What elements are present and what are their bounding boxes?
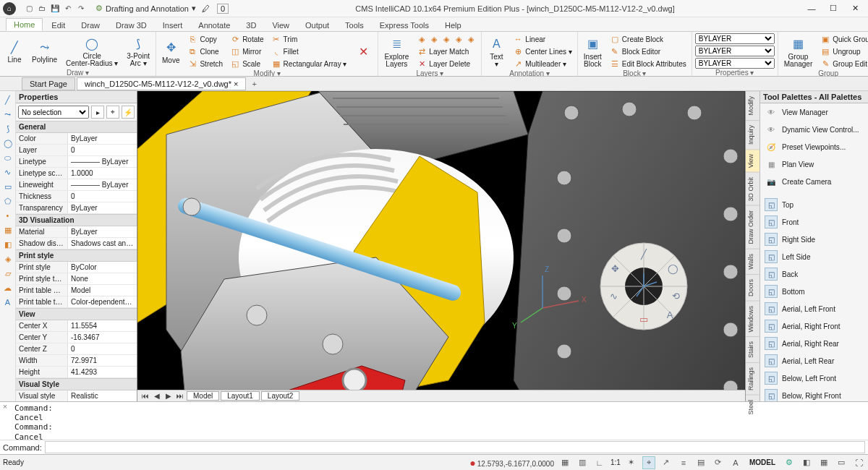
fillet-button[interactable]: ◟Fillet <box>269 46 349 57</box>
iso-toggle[interactable]: ◧ <box>800 456 813 469</box>
layout-last-icon[interactable]: ⏭ <box>175 391 185 401</box>
palette-cat-tab[interactable]: Railings <box>746 362 760 395</box>
block-editor-button[interactable]: ✎Block Editor <box>608 46 689 57</box>
palette-view-item[interactable]: ◱Top <box>760 196 868 213</box>
tool-pline-icon[interactable]: ⤳ <box>2 108 14 120</box>
polyline-button[interactable]: ⤳Polyline <box>29 37 60 65</box>
cmd-close-icon[interactable]: × <box>0 402 10 440</box>
prop-row[interactable]: MaterialByLayer <box>16 226 137 238</box>
scale-button[interactable]: ◱Scale <box>228 58 265 69</box>
settings-icon[interactable]: ⚙ <box>783 456 796 469</box>
qat-save-icon[interactable]: 💾 <box>49 3 61 14</box>
status-model[interactable]: MODEL <box>746 458 778 466</box>
palette-item[interactable]: 🧭Preset Viewpoints... <box>760 138 868 155</box>
ribbon-tab-draw[interactable]: Draw <box>74 20 107 31</box>
text-button[interactable]: AText ▾ <box>485 34 508 69</box>
palette-view-item[interactable]: ◱Front <box>760 213 868 231</box>
prop-row[interactable]: Center Z0 <box>16 343 137 355</box>
linetype-select[interactable]: BYLAYER <box>695 46 775 56</box>
create-block-button[interactable]: ▢Create Block <box>608 33 689 45</box>
rotate-button[interactable]: ⟳Rotate <box>228 33 265 45</box>
tool-revision-icon[interactable]: ☁ <box>2 282 14 294</box>
palette-item[interactable]: 📷Create Camera <box>760 173 868 190</box>
prop-row[interactable]: Height41.4293 <box>16 367 137 378</box>
prop-row[interactable]: Center Y-16.3467 <box>16 332 137 343</box>
palette-cat-tab[interactable]: Steel <box>746 395 760 419</box>
tool-point-icon[interactable]: • <box>2 210 14 221</box>
ribbon-tab-home[interactable]: Home <box>6 18 43 31</box>
ungroup-button[interactable]: ▤Ungroup <box>818 46 868 57</box>
prop-row[interactable]: Lineweight———— ByLayer <box>16 179 137 191</box>
tool-boundary-icon[interactable]: ◈ <box>2 253 14 265</box>
app-icon[interactable]: ⌂ <box>3 2 16 15</box>
fullscreen-toggle[interactable]: ⛶ <box>852 456 865 469</box>
prop-row[interactable]: TransparencyByLayer <box>16 202 137 214</box>
layout-tab-1[interactable]: Layout1 <box>221 391 260 401</box>
ribbon-tab-express[interactable]: Express Tools <box>373 20 436 31</box>
viewport-3d[interactable]: X Y Z ╱◯⟲ ▭∿✥ A ⏮ ◀ ▶ ⏭ <box>137 91 745 401</box>
layout-tab-2[interactable]: Layout2 <box>261 391 300 401</box>
color-select[interactable]: BYLAYER <box>695 33 775 44</box>
layer-delete-button[interactable]: ✕Layer Delete <box>414 58 478 69</box>
ribbon-tab-3d[interactable]: 3D <box>239 20 263 31</box>
tool-arc-icon[interactable]: ⟆ <box>2 123 14 134</box>
prop-row[interactable]: Center X11.5554 <box>16 320 137 332</box>
palette-view-item[interactable]: ◱Bottom <box>760 283 868 300</box>
prop-row[interactable]: ColorByLayer <box>16 133 137 145</box>
lwt-toggle[interactable]: ≡ <box>677 456 690 469</box>
mirror-button[interactable]: ◫Mirror <box>228 46 265 57</box>
qat-open-icon[interactable]: 🗀 <box>36 3 48 14</box>
palette-view-item[interactable]: ◱Aerial, Right Rear <box>760 335 868 352</box>
palette-view-item[interactable]: ◱Aerial, Left Front <box>760 300 868 317</box>
layer-match-button[interactable]: ⇄Layer Match <box>414 46 478 57</box>
palette-view-item[interactable]: ◱Back <box>760 265 868 283</box>
palette-view-item[interactable]: ◱Below, Right Front <box>760 387 868 401</box>
center-lines-button[interactable]: ⊕Center Lines ▾ <box>511 46 574 57</box>
move-button[interactable]: ✥Move <box>159 38 182 66</box>
palette-cat-tab[interactable]: 3D Orbit <box>746 172 760 206</box>
tool-text-icon[interactable]: A <box>2 296 14 308</box>
palette-view-item[interactable]: ◱Aerial, Left Rear <box>760 352 868 369</box>
workspace-selector[interactable]: ⚙ Drafting and Annotation ▾ 🖊 0 <box>95 4 229 14</box>
palette-item[interactable]: 👁View Manager <box>760 103 868 121</box>
prop-row[interactable]: Thickness0 <box>16 191 137 202</box>
minimize-button[interactable]: — <box>801 1 822 16</box>
layout-first-icon[interactable]: ⏮ <box>140 391 150 401</box>
layout-tab-model[interactable]: Model <box>187 391 219 401</box>
tool-region-icon[interactable]: ◧ <box>2 239 14 250</box>
prop-category[interactable]: Visual Style <box>16 378 137 390</box>
properties-grid[interactable]: GeneralColorByLayerLayer0Linetype———— By… <box>16 121 137 401</box>
lineweight-select[interactable]: BYLAYER <box>695 58 775 69</box>
qat-redo-icon[interactable]: ↷ <box>75 3 87 14</box>
insert-block-button[interactable]: ▣Insert Block <box>581 34 605 69</box>
selection-filter[interactable]: No selection <box>18 106 89 119</box>
layout-prev-icon[interactable]: ◀ <box>152 391 162 401</box>
prop-category[interactable]: Print style <box>16 249 137 262</box>
multileader-button[interactable]: ↗Multileader ▾ <box>511 58 574 69</box>
prop-toggle-icon[interactable]: ▸ <box>91 106 104 119</box>
prop-row[interactable]: Visual styleRealistic <box>16 390 137 401</box>
palette-cat-tab[interactable]: Modify <box>746 91 760 120</box>
prop-row[interactable]: Width72.9971 <box>16 355 137 367</box>
workspace-zero[interactable]: 0 <box>217 4 229 14</box>
arc-button[interactable]: ⟆3-Point Arc ▾ <box>124 33 153 69</box>
palette-cat-tab[interactable]: Walls <box>746 249 760 274</box>
tool-line-icon[interactable]: ╱ <box>2 94 14 106</box>
ribbon-tab-tools[interactable]: Tools <box>338 20 371 31</box>
palette-cat-tab[interactable]: Windows <box>746 301 760 337</box>
palette-view-item[interactable]: ◱Aerial, Right Front <box>760 317 868 335</box>
ortho-toggle[interactable]: ∟ <box>593 456 606 469</box>
palette-cat-tab[interactable]: Draw Order <box>746 205 760 249</box>
group-edit-button[interactable]: ✎Group Edit <box>818 58 868 69</box>
delete-button[interactable]: ✕ <box>352 41 375 61</box>
prop-row[interactable]: Print table typeColor-dependent prin... <box>16 296 137 308</box>
ribbon-tab-help[interactable]: Help <box>438 20 469 31</box>
tool-ellipse-icon[interactable]: ⬭ <box>2 152 14 163</box>
ann-toggle[interactable]: A <box>729 456 742 469</box>
prop-category[interactable]: 3D Visualization <box>16 214 137 226</box>
clean-toggle[interactable]: ▭ <box>835 456 848 469</box>
tool-hatch-icon[interactable]: ▦ <box>2 224 14 236</box>
ribbon-tab-draw3d[interactable]: Draw 3D <box>109 20 154 31</box>
doctab-close-icon[interactable]: × <box>234 80 238 88</box>
tool-circle-icon[interactable]: ◯ <box>2 137 14 149</box>
